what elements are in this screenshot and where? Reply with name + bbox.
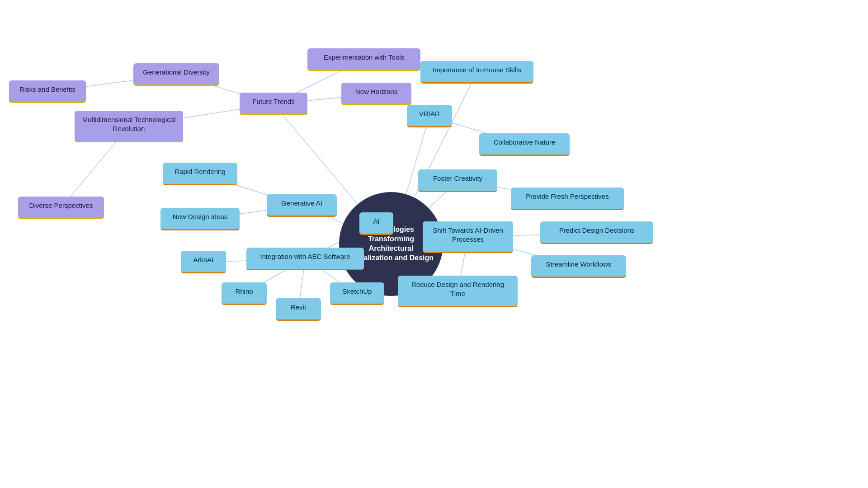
reduce-design-node[interactable]: Reduce Design and Rendering Time: [398, 276, 518, 307]
multidimensional-node[interactable]: Multidimensional Technological Revolutio…: [75, 111, 183, 142]
vr-ar-node[interactable]: VR/AR: [407, 105, 452, 127]
diverse-perspectives-node[interactable]: Diverse Perspectives: [18, 197, 104, 219]
rapid-rendering-node[interactable]: Rapid Rendering: [163, 163, 237, 185]
experimentation-tools-node[interactable]: Experimentation with Tools: [307, 48, 420, 71]
revit-node[interactable]: Revit: [276, 298, 321, 321]
new-design-ideas-node[interactable]: New Design Ideas: [160, 208, 240, 230]
streamline-workflows-node[interactable]: Streamline Workflows: [531, 255, 626, 278]
collaborative-nature-node[interactable]: Collaborative Nature: [479, 133, 570, 156]
arkoai-node[interactable]: ArkoAI: [181, 251, 226, 273]
foster-creativity-node[interactable]: Foster Creativity: [418, 169, 497, 192]
shift-ai-driven-node[interactable]: Shift Towards AI-Driven Processes: [423, 221, 513, 253]
integration-aec-node[interactable]: Integration with AEC Software: [246, 248, 364, 270]
future-trends-node[interactable]: Future Trends: [240, 93, 307, 115]
predict-design-node[interactable]: Predict Design Decisions: [540, 221, 653, 244]
provide-fresh-node[interactable]: Provide Fresh Perspectives: [511, 188, 624, 210]
importance-inhouse-node[interactable]: Importance of In-House Skills: [420, 61, 533, 84]
generational-diversity-node[interactable]: Generational Diversity: [133, 63, 219, 86]
rhino-node[interactable]: Rhino: [222, 282, 267, 305]
new-horizons-node[interactable]: New Horizons: [341, 83, 411, 105]
sketchup-node[interactable]: SketchUp: [330, 282, 384, 305]
mindmap-container: Technologies Transforming Architectural …: [0, 0, 868, 488]
risks-benefits-node[interactable]: Risks and Benefits: [9, 80, 86, 103]
ai-node[interactable]: AI: [359, 212, 393, 235]
generative-ai-node[interactable]: Generative AI: [267, 194, 337, 217]
